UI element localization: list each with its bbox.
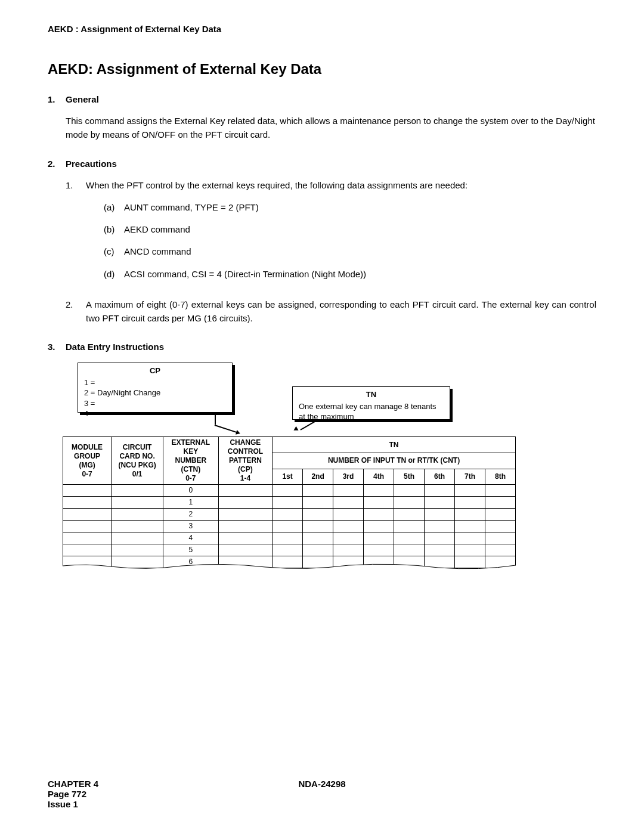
- cp-callout-box: CP 1 = 2 = Day/Night Change 3 = 4 =: [78, 363, 233, 413]
- ek-l5: 0-7: [185, 474, 196, 482]
- cp-line-3: 3 =: [84, 398, 226, 409]
- col-7th: 7th: [454, 469, 485, 485]
- section-1-label: General: [66, 94, 99, 104]
- sub-letter: (b): [104, 222, 124, 236]
- cp-l1: CHANGE: [230, 438, 261, 447]
- ctn-4: 4: [163, 532, 219, 544]
- tn-box-title: TN: [299, 389, 444, 400]
- col-4th: 4th: [364, 469, 394, 485]
- cp-l2: CONTROL: [228, 447, 263, 456]
- section-1-number: 1.: [48, 94, 66, 104]
- precautions-list: 1. When the PFT control by the external …: [66, 178, 596, 326]
- precaution-item-2: 2. A maximum of eight (0-7) external key…: [66, 298, 596, 326]
- torn-edge-icon: [63, 563, 516, 572]
- precaution-item-1: 1. When the PFT control by the external …: [66, 178, 596, 289]
- sub-list: (a) AUNT command, TYPE = 2 (PFT) (b) AEK…: [104, 200, 596, 281]
- ek-l2: KEY: [184, 447, 199, 456]
- sub-text: AUNT command, TYPE = 2 (PFT): [124, 200, 259, 214]
- col-circuit-card: CIRCUIT CARD NO. (NCU PKG) 0/1: [112, 437, 163, 485]
- table-row: 3: [63, 521, 516, 532]
- page-footer: CHAPTER 4 Page 772 Issue 1 NDA-24298: [48, 779, 596, 809]
- col-2nd: 2nd: [303, 469, 333, 485]
- cc-l1: CIRCUIT: [123, 443, 152, 451]
- item-number: 1.: [66, 178, 86, 289]
- tn-callout-box: TN One external key can manage 8 tenants…: [292, 386, 450, 420]
- data-entry-table-wrap: MODULE GROUP (MG) 0-7 CIRCUIT CARD NO. (…: [63, 436, 516, 568]
- running-header: AEKD : Assignment of External Key Data: [48, 24, 596, 34]
- col-5th: 5th: [394, 469, 425, 485]
- sub-letter: (c): [104, 244, 124, 258]
- section-2-heading: 2. Precautions: [48, 159, 596, 169]
- table-row: 5: [63, 544, 516, 556]
- col-8th: 8th: [485, 469, 515, 485]
- document-page: AEKD : Assignment of External Key Data A…: [0, 0, 644, 833]
- col-module-group: MODULE GROUP (MG) 0-7: [63, 437, 112, 485]
- tn-box-text: One external key can manage 8 tenants at…: [299, 401, 444, 422]
- mg-l4: 0-7: [82, 470, 92, 478]
- cp-line-4: 4 =: [84, 408, 226, 419]
- footer-chapter: CHAPTER 4: [48, 779, 98, 789]
- ctn-5: 5: [163, 544, 219, 556]
- col-tn: TN: [273, 437, 516, 453]
- cp-box-title: CP: [84, 366, 226, 376]
- section-3-number: 3.: [48, 342, 66, 352]
- sub-text: AEKD command: [124, 222, 190, 236]
- mg-l2: GROUP: [74, 452, 100, 460]
- sub-letter: (a): [104, 200, 124, 214]
- footer-docnum: NDA-24298: [298, 779, 345, 789]
- cp-l5: 1-4: [240, 474, 250, 482]
- sub-item-c: (c) ANCD command: [104, 244, 596, 258]
- cp-l3: PATTERN: [229, 456, 262, 465]
- section-3-heading: 3. Data Entry Instructions: [48, 342, 596, 352]
- item-number: 2.: [66, 298, 86, 326]
- table-row: 1: [63, 497, 516, 509]
- ctn-3: 3: [163, 521, 219, 532]
- item-1-text: When the PFT control by the external key…: [86, 180, 467, 190]
- table-row: 4: [63, 532, 516, 544]
- col-3rd: 3rd: [333, 469, 364, 485]
- col-6th: 6th: [425, 469, 455, 485]
- cc-l4: 0/1: [132, 470, 143, 478]
- footer-page: Page 772: [48, 789, 98, 799]
- cp-line-2: 2 = Day/Night Change: [84, 388, 226, 398]
- sub-text: ACSI command, CSI = 4 (Direct-in Termina…: [124, 267, 366, 281]
- diagram-area: CP 1 = 2 = Day/Night Change 3 = 4 = TN O…: [78, 363, 596, 565]
- table-row: 2: [63, 509, 516, 521]
- sub-item-d: (d) ACSI command, CSI = 4 (Direct-in Ter…: [104, 267, 596, 281]
- item-2-text: A maximum of eight (0-7) external keys c…: [86, 298, 596, 326]
- ek-l4: (CTN): [181, 465, 201, 473]
- section-2-number: 2.: [48, 159, 66, 169]
- col-cnt: NUMBER OF INPUT TN or RT/TK (CNT): [273, 453, 516, 469]
- col-external-key: EXTERNAL KEY NUMBER (CTN) 0-7: [163, 437, 219, 485]
- cp-line-1: 1 =: [84, 377, 226, 388]
- cc-l2: CARD NO.: [119, 452, 154, 460]
- ctn-1: 1: [163, 497, 219, 509]
- sub-item-a: (a) AUNT command, TYPE = 2 (PFT): [104, 200, 596, 214]
- mg-l1: MODULE: [72, 443, 103, 451]
- col-change-control-pattern: CHANGE CONTROL PATTERN (CP) 1-4: [218, 437, 272, 485]
- sub-item-b: (b) AEKD command: [104, 222, 596, 236]
- section-3-label: Data Entry Instructions: [66, 342, 164, 352]
- footer-issue: Issue 1: [48, 799, 98, 809]
- table-row: 0: [63, 485, 516, 497]
- cp-l4: (CP): [238, 465, 253, 473]
- page-title: AEKD: Assignment of External Key Data: [48, 61, 596, 78]
- ctn-2: 2: [163, 509, 219, 521]
- ek-l1: EXTERNAL: [172, 438, 210, 447]
- section-1-body: This command assigns the External Key re…: [66, 114, 596, 142]
- cc-l3: (NCU PKG): [118, 461, 156, 469]
- sub-text: ANCD command: [124, 244, 191, 258]
- data-entry-table: MODULE GROUP (MG) 0-7 CIRCUIT CARD NO. (…: [63, 436, 516, 568]
- ek-l3: NUMBER: [175, 456, 207, 465]
- col-1st: 1st: [273, 469, 303, 485]
- section-1-heading: 1. General: [48, 94, 596, 104]
- mg-l3: (MG): [79, 461, 95, 469]
- sub-letter: (d): [104, 267, 124, 281]
- item-content: When the PFT control by the external key…: [86, 178, 596, 289]
- section-2-label: Precautions: [66, 159, 117, 169]
- ctn-0: 0: [163, 485, 219, 497]
